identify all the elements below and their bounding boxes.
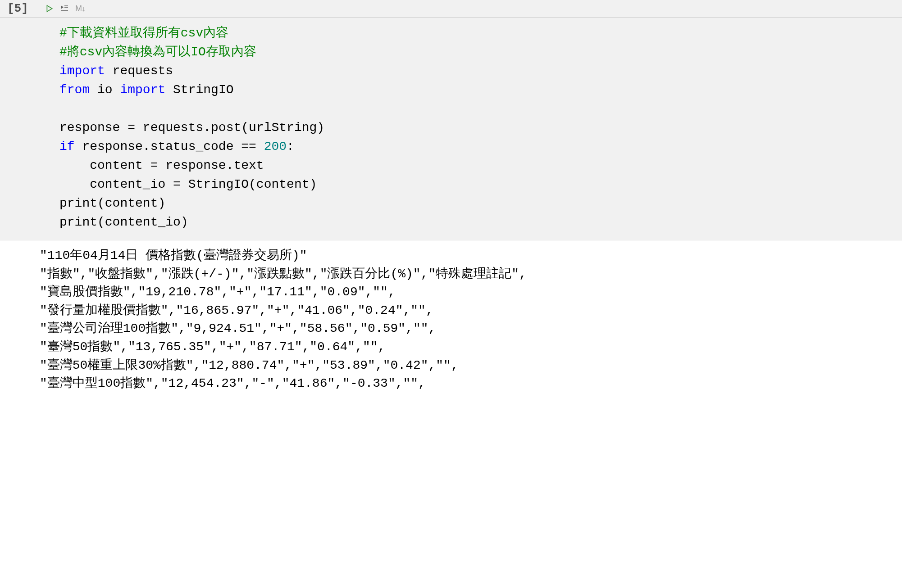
output-line: "臺灣公司治理100指數","9,924.51","+","58.56","0.… (40, 320, 902, 338)
output-line: "寶島股價指數","19,210.78","+","17.11","0.09",… (40, 283, 902, 302)
output-line: "110年04月14日 價格指數(臺灣證券交易所)" (40, 247, 902, 265)
code-line[interactable]: #下載資料並取得所有csv內容 (59, 24, 902, 43)
output-line: "臺灣50指數","13,765.35","+","87.71","0.64",… (40, 338, 902, 357)
output-line: "發行量加權股價指數","16,865.97","+","41.06","0.2… (40, 302, 902, 320)
code-editor[interactable]: #下載資料並取得所有csv內容#將csv內容轉換為可以IO存取內容import … (0, 18, 902, 240)
code-line[interactable] (59, 100, 902, 118)
cell-prompt: [5] (0, 2, 43, 15)
output-line: "臺灣中型100指數","12,454.23","-","41.86","-0.… (40, 375, 902, 393)
run-by-line-button[interactable] (60, 4, 69, 13)
run-cell-button[interactable] (46, 5, 54, 13)
markdown-toggle-button[interactable]: M↓ (75, 4, 85, 14)
code-line[interactable]: #將csv內容轉換為可以IO存取內容 (59, 43, 902, 62)
code-line[interactable]: content = response.text (59, 156, 902, 175)
output-line: "指數","收盤指數","漲跌(+/-)","漲跌點數","漲跌百分比(%)",… (40, 265, 902, 284)
output-line: "臺灣50權重上限30%指數","12,880.74","+","53.89",… (40, 357, 902, 375)
code-line[interactable]: print(content) (59, 194, 902, 213)
code-line[interactable]: import requests (59, 62, 902, 81)
code-line[interactable]: if response.status_code == 200: (59, 137, 902, 156)
code-line[interactable]: response = requests.post(urlString) (59, 118, 902, 137)
code-line[interactable]: print(content_io) (59, 213, 902, 232)
run-by-line-icon (60, 4, 69, 13)
play-icon (46, 5, 54, 13)
code-line[interactable]: from io import StringIO (59, 81, 902, 100)
cell-header: [5] M↓ (0, 0, 902, 18)
cell-output: "110年04月14日 價格指數(臺灣證券交易所)""指數","收盤指數","漲… (0, 240, 902, 398)
code-line[interactable]: content_io = StringIO(content) (59, 175, 902, 194)
notebook-cell: [5] M↓ #下載資料並取得所有csv內容#將csv內容轉換為可以IO存取內容… (0, 0, 902, 398)
cell-toolbar: M↓ (43, 4, 85, 14)
